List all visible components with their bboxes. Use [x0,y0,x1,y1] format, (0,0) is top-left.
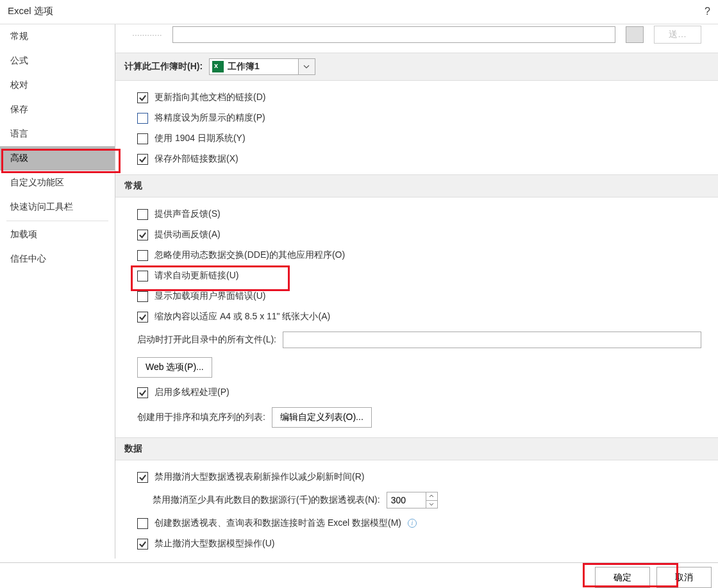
opt-update-links[interactable]: 更新指向其他文档的链接(D) [137,87,701,108]
opt-label: 将精度设为所显示的精度(P) [154,112,265,124]
data-options: 禁用撤消大型数据透视表刷新操作以减少刷新时间(R) 禁用撤消至少具有此数目的数据… [115,460,718,559]
sidebar-item-qat[interactable]: 快速访问工具栏 [0,195,115,219]
opt-label: 启用多线程处理(P) [154,387,230,398]
sidebar-separator [6,221,108,221]
checkbox[interactable] [137,539,148,550]
opt-label: 使用 1904 日期系统(Y) [154,133,246,144]
main-area: 常规 公式 校对 保存 语言 高级 自定义功能区 快速访问工具栏 加载项 信任中… [0,24,718,559]
sidebar: 常规 公式 校对 保存 语言 高级 自定义功能区 快速访问工具栏 加载项 信任中… [0,24,115,559]
checkbox[interactable] [137,92,148,103]
titlebar: Excel 选项 ? [0,0,718,24]
sidebar-label: 校对 [10,80,28,90]
opt-ask-update-links[interactable]: 请求自动更新链接(U) [137,265,701,286]
opt-sound[interactable]: 提供声音反馈(S) [137,204,701,224]
opt-label: 提供动画反馈(A) [154,229,221,240]
section-header-calc: 计算此工作簿时(H): 工作簿1 [115,53,718,81]
sidebar-item-save[interactable]: 保存 [0,97,115,122]
threshold-row: 禁用撤消至少具有此数目的数据源行(千)的数据透视表(N): [137,487,701,513]
startup-label: 启动时打开此目录中的所有文件(L): [137,334,276,346]
opt-dde[interactable]: 忽略使用动态数据交换(DDE)的其他应用程序(O) [137,245,701,265]
checkbox[interactable] [137,250,148,261]
partial-button[interactable] [626,26,644,43]
opt-label: 忽略使用动态数据交换(DDE)的其他应用程序(O) [154,249,345,261]
checkbox[interactable] [137,518,148,529]
spinner-buttons[interactable] [426,492,437,508]
excel-icon [212,61,224,72]
sidebar-item-general[interactable]: 常规 [0,24,115,49]
sidebar-item-advanced[interactable]: 高级 [0,146,115,171]
opt-animation[interactable]: 提供动画反馈(A) [137,224,701,245]
section-title: 常规 [124,180,142,192]
section-header-data: 数据 [115,437,718,460]
ghost-button[interactable]: 送… [654,26,701,44]
sidebar-label: 加载项 [10,229,37,239]
checkbox[interactable] [137,387,148,398]
custom-list-row: 创建用于排序和填充序列的列表: 编辑自定义列表(O)... [137,403,701,432]
opt-label: 禁止撤消大型数据模型操作(U) [154,538,274,550]
opt-disable-undo-model[interactable]: 禁止撤消大型数据模型操作(U) [137,533,701,554]
calc-options: 更新指向其他文档的链接(D) 将精度设为所显示的精度(P) 使用 1904 日期… [115,81,718,174]
sidebar-item-addins[interactable]: 加载项 [0,223,115,247]
opt-scale-a4[interactable]: 缩放内容以适应 A4 或 8.5 x 11" 纸张大小(A) [137,307,701,327]
threshold-input[interactable] [387,492,426,508]
web-options-button[interactable]: Web 选项(P)... [137,357,212,378]
sidebar-label: 高级 [10,153,28,163]
threshold-spinner[interactable] [387,492,438,508]
sidebar-label: 保存 [10,104,28,114]
chevron-down-icon[interactable] [298,59,315,74]
opt-addin-ui-errors[interactable]: 显示加载项用户界面错误(U) [137,286,701,307]
content-panel: ············ 送… 计算此工作簿时(H): 工作簿1 [115,24,718,559]
checkbox[interactable] [137,113,148,124]
opt-multithread[interactable]: 启用多线程处理(P) [137,382,701,403]
section-header-general: 常规 [115,174,718,197]
opt-label: 缩放内容以适应 A4 或 8.5 x 11" 纸张大小(A) [154,311,330,323]
custom-list-label: 创建用于排序和填充序列的列表: [137,412,265,423]
opt-label: 显示加载项用户界面错误(U) [154,290,265,302]
sidebar-item-customize-ribbon[interactable]: 自定义功能区 [0,171,115,195]
checkbox[interactable] [137,291,148,302]
opt-label: 请求自动更新链接(U) [154,270,238,281]
sidebar-item-trust[interactable]: 信任中心 [0,247,115,271]
opt-precision[interactable]: 将精度设为所显示的精度(P) [137,108,701,128]
window-title: Excel 选项 [8,5,53,17]
sidebar-label: 语言 [10,128,28,139]
sidebar-item-language[interactable]: 语言 [0,122,115,146]
section-title: 计算此工作簿时(H): [124,61,203,72]
checkbox[interactable] [137,312,148,323]
sidebar-item-formulas[interactable]: 公式 [0,49,115,73]
edit-custom-list-button[interactable]: 编辑自定义列表(O)... [272,407,372,428]
workbook-dropdown[interactable]: 工作簿1 [209,58,315,75]
checkbox[interactable] [137,133,148,144]
dropdown-text: 工作簿1 [226,61,298,72]
help-icon[interactable]: ? [705,6,710,17]
partial-input[interactable] [172,26,615,43]
checkbox[interactable] [137,230,148,240]
partial-top-row: ············ 送… [115,24,718,53]
checkbox[interactable] [137,154,148,165]
section-title: 数据 [124,443,142,455]
web-options-row: Web 选项(P)... [137,353,701,382]
checkbox[interactable] [137,271,148,281]
info-icon[interactable]: i [408,519,417,528]
sidebar-label: 常规 [10,31,28,41]
opt-1904[interactable]: 使用 1904 日期系统(Y) [137,128,701,149]
startup-row: 启动时打开此目录中的所有文件(L): [137,327,701,353]
opt-label: 保存外部链接数据(X) [154,153,238,165]
opt-label: 提供声音反馈(S) [154,208,221,220]
spin-down-icon[interactable] [426,501,437,508]
checkbox[interactable] [137,472,148,483]
ok-button[interactable]: 确定 [595,567,650,588]
sidebar-label: 快速访问工具栏 [10,201,73,212]
partial-label: ············ [132,29,162,40]
cancel-button[interactable]: 取消 [656,567,712,588]
opt-disable-undo-pivot[interactable]: 禁用撤消大型数据透视表刷新操作以减少刷新时间(R) [137,467,701,487]
sidebar-label: 信任中心 [10,253,46,264]
spin-up-icon[interactable] [426,492,437,501]
opt-label: 禁用撤消大型数据透视表刷新操作以减少刷新时间(R) [154,471,364,483]
opt-save-ext-links[interactable]: 保存外部链接数据(X) [137,149,701,169]
opt-prefer-data-model[interactable]: 创建数据透视表、查询表和数据连接时首选 Excel 数据模型(M) i [137,513,701,533]
checkbox[interactable] [137,209,148,220]
dialog-footer: 确定 取消 [0,562,718,588]
startup-folder-input[interactable] [283,332,701,348]
sidebar-item-proofing[interactable]: 校对 [0,73,115,97]
